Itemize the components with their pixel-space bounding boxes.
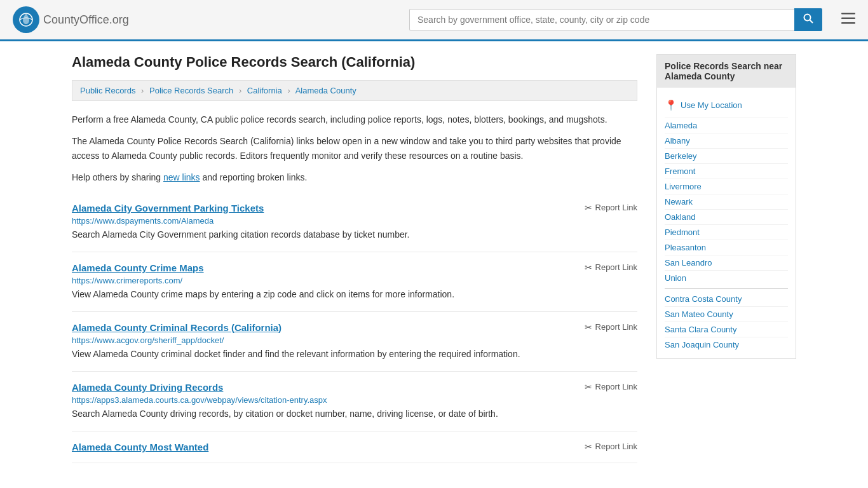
report-link[interactable]: ✂ Report Link: [585, 322, 637, 332]
location-icon: 📍: [665, 99, 677, 111]
sidebar-county-link[interactable]: Contra Costa County: [665, 292, 788, 307]
report-link[interactable]: ✂ Report Link: [585, 382, 637, 392]
sidebar-local-link[interactable]: Pleasanton: [665, 240, 788, 255]
result-item: Alameda County Driving Records ✂ Report …: [72, 372, 637, 431]
logo-icon: [13, 6, 39, 33]
sidebar-list: 📍 Use My Location AlamedaAlbanyBerkeleyF…: [657, 88, 796, 358]
svg-rect-3: [841, 13, 855, 15]
breadcrumb-public-records[interactable]: Public Records: [80, 86, 135, 95]
result-header: Alameda County Criminal Records (Califor…: [72, 322, 637, 333]
sidebar-local-link[interactable]: Oakland: [665, 210, 788, 225]
sidebar-county-link[interactable]: San Mateo County: [665, 307, 788, 322]
report-icon: ✂: [585, 382, 592, 392]
result-url[interactable]: https://www.dspayments.com/Alameda: [72, 216, 637, 226]
result-url[interactable]: https://www.acgov.org/sheriff_app/docket…: [72, 336, 637, 345]
svg-rect-5: [841, 22, 855, 24]
use-location-item[interactable]: 📍 Use My Location: [665, 94, 788, 118]
sidebar-local-link[interactable]: San Leandro: [665, 255, 788, 271]
result-desc: View Alameda County crime maps by enteri…: [72, 288, 637, 301]
search-bar: [409, 8, 822, 31]
sidebar-local-link[interactable]: Albany: [665, 133, 788, 149]
result-desc: Search Alameda City Government parking c…: [72, 228, 637, 241]
page-title: Alameda County Police Records Search (Ca…: [72, 54, 637, 71]
result-title[interactable]: Alameda County Driving Records: [72, 382, 223, 393]
result-title[interactable]: Alameda County Most Wanted: [72, 442, 208, 452]
result-header: Alameda County Crime Maps ✂ Report Link: [72, 262, 637, 273]
sidebar-local-link[interactable]: Piedmont: [665, 225, 788, 240]
breadcrumb-california[interactable]: California: [247, 86, 282, 95]
breadcrumb-police-records[interactable]: Police Records Search: [149, 86, 233, 95]
result-title[interactable]: Alameda County Crime Maps: [72, 262, 204, 273]
breadcrumb: Public Records › Police Records Search ›…: [72, 80, 637, 101]
svg-rect-4: [841, 18, 855, 20]
result-desc: View Alameda County criminal docket find…: [72, 348, 637, 361]
report-icon: ✂: [585, 262, 592, 273]
sidebar-local-link[interactable]: Union: [665, 271, 788, 285]
svg-line-2: [810, 20, 813, 24]
result-url[interactable]: https://www.crimereports.com/: [72, 276, 637, 285]
sidebar-local-link[interactable]: Alameda: [665, 118, 788, 133]
menu-button[interactable]: [841, 11, 855, 28]
result-header: Alameda County Most Wanted ✂ Report Link: [72, 442, 637, 452]
breadcrumb-sep-3: ›: [287, 86, 290, 95]
header: CountyOffice.org: [0, 0, 868, 41]
result-title[interactable]: Alameda County Criminal Records (Califor…: [72, 322, 281, 333]
new-links-link[interactable]: new links: [163, 172, 200, 182]
use-location-link[interactable]: Use My Location: [681, 98, 742, 112]
result-item: Alameda County Crime Maps ✂ Report Link …: [72, 252, 637, 312]
report-icon: ✂: [585, 322, 592, 332]
description-2: The Alameda County Police Records Search…: [72, 134, 637, 163]
result-desc: Search Alameda County driving records, b…: [72, 407, 637, 421]
breadcrumb-sep-1: ›: [141, 86, 144, 95]
sidebar-divider: [665, 288, 788, 289]
search-input[interactable]: [409, 9, 794, 30]
search-button[interactable]: [794, 8, 822, 31]
sidebar-box: Police Records Search near Alameda Count…: [656, 54, 796, 359]
sidebar-local-link[interactable]: Newark: [665, 194, 788, 210]
report-icon: ✂: [585, 442, 592, 452]
result-header: Alameda City Government Parking Tickets …: [72, 203, 637, 214]
logo-text: CountyOffice.org: [43, 13, 129, 27]
sidebar-title: Police Records Search near Alameda Count…: [657, 55, 796, 88]
sidebar-county-link[interactable]: Santa Clara County: [665, 322, 788, 337]
sidebar: Police Records Search near Alameda Count…: [656, 54, 796, 463]
sidebar-county-link[interactable]: San Joaquin County: [665, 337, 788, 352]
sidebar-local-link[interactable]: Fremont: [665, 164, 788, 179]
result-item: Alameda City Government Parking Tickets …: [72, 193, 637, 252]
result-title[interactable]: Alameda City Government Parking Tickets: [72, 203, 264, 214]
report-link[interactable]: ✂ Report Link: [585, 203, 637, 213]
sidebar-local-link[interactable]: Livermore: [665, 179, 788, 194]
breadcrumb-sep-2: ›: [239, 86, 241, 95]
report-link[interactable]: ✂ Report Link: [585, 262, 637, 273]
local-links: AlamedaAlbanyBerkeleyFremontLivermoreNew…: [665, 118, 788, 285]
svg-point-1: [804, 15, 811, 21]
description-3: Help others by sharing new links and rep…: [72, 170, 637, 184]
report-icon: ✂: [585, 203, 592, 213]
result-header: Alameda County Driving Records ✂ Report …: [72, 382, 637, 393]
logo-link[interactable]: CountyOffice.org: [13, 6, 129, 33]
main-content: Alameda County Police Records Search (Ca…: [72, 54, 637, 463]
report-link[interactable]: ✂ Report Link: [585, 442, 637, 452]
description-1: Perform a free Alameda County, CA public…: [72, 112, 637, 126]
result-item: Alameda County Criminal Records (Califor…: [72, 312, 637, 372]
sidebar-local-link[interactable]: Berkeley: [665, 149, 788, 164]
results-list: Alameda City Government Parking Tickets …: [72, 193, 637, 463]
county-links: Contra Costa CountySan Mateo CountySanta…: [665, 292, 788, 352]
breadcrumb-alameda[interactable]: Alameda County: [295, 86, 356, 95]
result-url[interactable]: https://apps3.alameda.courts.ca.gov/webp…: [72, 395, 637, 405]
page-container: Alameda County Police Records Search (Ca…: [53, 41, 815, 476]
result-item: Alameda County Most Wanted ✂ Report Link: [72, 431, 637, 463]
